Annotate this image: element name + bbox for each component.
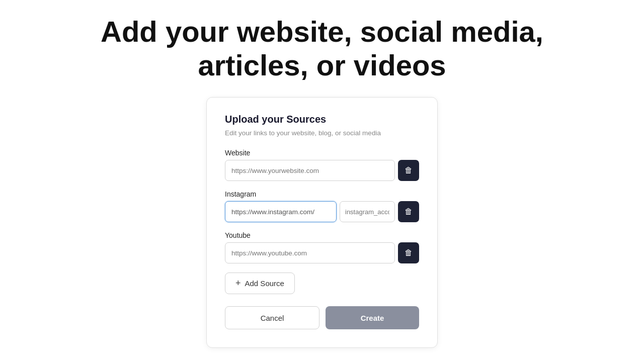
instagram-account-input[interactable]	[340, 201, 395, 222]
trash-icon: 🗑	[405, 248, 413, 257]
add-source-label: Add Source	[245, 279, 284, 288]
youtube-row: 🗑	[225, 242, 419, 263]
instagram-label: Instagram	[225, 190, 419, 198]
page-title: Add your website, social media, articles…	[101, 15, 543, 82]
cancel-button[interactable]: Cancel	[225, 306, 319, 329]
card-subtitle: Edit your links to your website, blog, o…	[225, 129, 419, 137]
create-button[interactable]: Create	[326, 306, 419, 329]
plus-icon: +	[235, 278, 241, 289]
youtube-input[interactable]	[225, 242, 395, 263]
trash-icon: 🗑	[405, 207, 413, 216]
action-row: Cancel Create	[225, 306, 419, 329]
card-title: Upload your Sources	[225, 114, 419, 125]
instagram-delete-button[interactable]: 🗑	[398, 201, 419, 222]
youtube-delete-button[interactable]: 🗑	[398, 242, 419, 263]
website-input[interactable]	[225, 160, 395, 181]
website-field-group: Website 🗑	[225, 149, 419, 181]
website-delete-button[interactable]: 🗑	[398, 160, 419, 181]
instagram-row: 🗑	[225, 201, 419, 222]
trash-icon: 🗑	[405, 166, 413, 175]
add-source-button[interactable]: + Add Source	[225, 273, 295, 294]
instagram-url-input[interactable]	[225, 201, 337, 222]
youtube-label: Youtube	[225, 231, 419, 239]
website-row: 🗑	[225, 160, 419, 181]
website-label: Website	[225, 149, 419, 157]
youtube-field-group: Youtube 🗑	[225, 231, 419, 263]
instagram-field-group: Instagram 🗑	[225, 190, 419, 222]
upload-sources-card: Upload your Sources Edit your links to y…	[206, 97, 438, 348]
